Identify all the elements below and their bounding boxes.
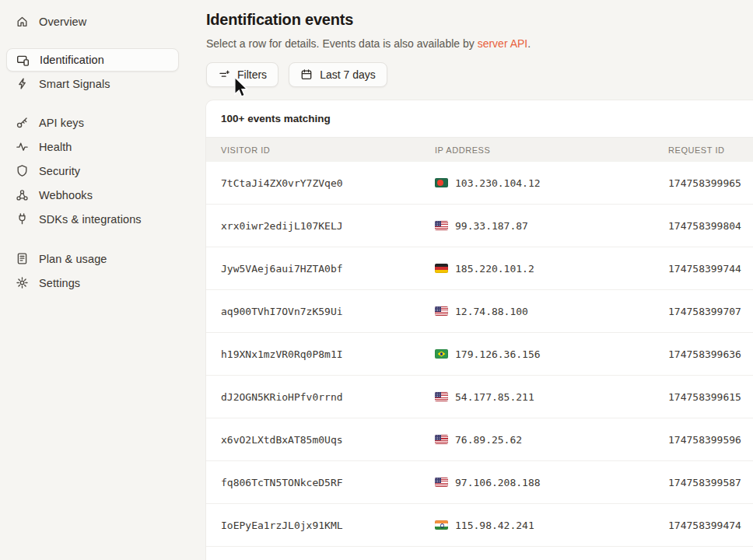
table-row[interactable]: xrx0iwr2edijL107KELJ 99.33.187.87 174758… <box>206 205 753 247</box>
events-count-text: 100+ events matching <box>221 113 331 124</box>
visitor-id-cell: fq806TcTN5TONkceD5RF <box>206 477 435 488</box>
sidebar-gap <box>0 33 205 48</box>
plug-icon <box>16 212 29 226</box>
events-table-card: 100+ events matching Visitor ID IP addre… <box>205 100 753 560</box>
filter-icon <box>218 68 230 81</box>
calendar-icon <box>300 68 313 81</box>
country-flag-icon <box>435 349 448 359</box>
request-id-cell: 174758399744 <box>668 263 753 275</box>
request-id-cell: 174758399707 <box>668 306 753 317</box>
table-row[interactable]: x6vO2LXtdBxAT85m0Uqs 76.89.25.62 1747583… <box>206 418 753 461</box>
ip-text: 179.126.36.156 <box>455 348 541 360</box>
shield-icon <box>16 164 29 177</box>
sidebar-gap <box>0 231 205 247</box>
date-range-button-label: Last 7 days <box>320 68 376 81</box>
sidebar-item-webhooks[interactable]: Webhooks <box>0 183 205 207</box>
key-icon <box>16 116 29 129</box>
table-row[interactable]: 7tCtaJi4ZX0vrY7ZVqe0 103.230.104.12 1747… <box>206 162 753 205</box>
ip-text: 185.220.101.2 <box>455 263 534 275</box>
ip-text: 54.177.85.211 <box>455 391 534 403</box>
page-subtitle: Select a row for details. Events data is… <box>206 37 531 50</box>
table-row[interactable]: Jyw5VAej6aui7HZTA0bf 185.220.101.2 17475… <box>206 247 753 290</box>
ip-text: 99.33.187.87 <box>455 220 528 232</box>
filters-button[interactable]: Filters <box>206 62 278 87</box>
table-row[interactable]: h19XNx1mzVR0Rq0P8m1I 179.126.36.156 1747… <box>206 333 753 376</box>
column-header-request-id: Request ID <box>668 145 753 155</box>
sidebar-item-label: Health <box>39 141 72 153</box>
identification-icon <box>16 54 30 67</box>
sidebar-item-plan-usage[interactable]: Plan & usage <box>0 247 205 271</box>
ip-address-cell: 97.106.208.188 <box>435 477 668 488</box>
subtitle-period: . <box>527 37 531 50</box>
sidebar-item-label: Settings <box>39 277 80 289</box>
table-row[interactable]: IoEPyEa1rzJL0jx91KML 115.98.42.241 17475… <box>206 504 753 547</box>
main-content: Identification events Select a row for d… <box>206 0 753 560</box>
document-icon <box>16 252 29 265</box>
gear-icon <box>16 276 29 289</box>
column-header-ip-address: IP address <box>435 145 668 155</box>
sidebar-item-label: Security <box>39 165 80 177</box>
visitor-id-cell: h19XNx1mzVR0Rq0P8m1I <box>206 348 435 360</box>
ip-address-cell: 179.126.36.156 <box>435 348 668 360</box>
sidebar-item-api-keys[interactable]: API keys <box>0 110 205 135</box>
request-id-cell: 174758399596 <box>668 434 753 446</box>
request-id-cell: 174758399615 <box>668 391 753 403</box>
subtitle-text: Select a row for details. Events data is… <box>206 37 478 50</box>
request-id-cell: 174758399636 <box>668 348 753 360</box>
ip-address-cell: 185.220.101.2 <box>435 263 668 275</box>
table-row[interactable]: aq900TVhI7OVn7zK59Ui 12.74.88.100 174758… <box>206 290 753 333</box>
sidebar-item-label: Identification <box>40 54 104 66</box>
identification-events-page: { "colors": { "accent_orange": "#e8603c"… <box>0 0 753 560</box>
ip-text: 76.89.25.62 <box>455 434 522 446</box>
ip-address-cell: 103.230.104.12 <box>435 177 668 189</box>
ip-text: 97.106.208.188 <box>455 477 541 488</box>
sidebar-item-label: API keys <box>39 117 84 129</box>
visitor-id-cell: 7tCtaJi4ZX0vrY7ZVqe0 <box>206 177 435 189</box>
ip-text: 12.74.88.100 <box>455 306 528 317</box>
home-icon <box>16 15 29 28</box>
sidebar-item-smart-signals[interactable]: Smart Signals <box>0 72 205 96</box>
country-flag-icon <box>435 221 448 230</box>
date-range-button[interactable]: Last 7 days <box>289 62 387 87</box>
sidebar-item-label: SDKs & integrations <box>39 213 142 226</box>
visitor-id-cell: xrx0iwr2edijL107KELJ <box>206 220 435 232</box>
sidebar-item-label: Webhooks <box>39 189 93 201</box>
server-api-link[interactable]: server API <box>478 37 528 50</box>
sidebar-gap <box>0 96 205 110</box>
page-title: Identification events <box>206 11 353 29</box>
sidebar-item-label: Plan & usage <box>39 253 107 265</box>
country-flag-icon <box>435 392 448 401</box>
sidebar-item-overview[interactable]: Overview <box>0 9 205 33</box>
webhook-icon <box>16 188 29 201</box>
ip-address-cell: 54.177.85.211 <box>435 391 668 403</box>
country-flag-icon <box>435 178 448 187</box>
sidebar-item-identification[interactable]: Identification <box>6 48 179 72</box>
visitor-id-cell: x6vO2LXtdBxAT85m0Uqs <box>206 434 435 446</box>
sidebar: Overview Identification Smart Signals AP… <box>0 0 205 560</box>
sidebar-item-label: Smart Signals <box>39 78 110 90</box>
filters-button-label: Filters <box>237 68 267 81</box>
ip-address-cell: 12.74.88.100 <box>435 306 668 317</box>
table-row[interactable]: dJ2OGN5KRioHPfv0rrnd 54.177.85.211 17475… <box>206 376 753 418</box>
ip-address-cell: 115.98.42.241 <box>435 520 668 531</box>
request-id-cell: 174758399965 <box>668 177 753 189</box>
request-id-cell: 174758399804 <box>668 220 753 232</box>
request-id-cell: 174758399474 <box>668 520 753 531</box>
ip-text: 103.230.104.12 <box>455 177 541 189</box>
sidebar-item-security[interactable]: Security <box>0 159 205 183</box>
activity-icon <box>16 140 29 153</box>
country-flag-icon <box>435 264 448 273</box>
country-flag-icon <box>435 478 448 487</box>
sidebar-item-settings[interactable]: Settings <box>0 271 205 295</box>
ip-address-cell: 99.33.187.87 <box>435 220 668 232</box>
sidebar-item-sdks-integrations[interactable]: SDKs & integrations <box>0 207 205 231</box>
sidebar-item-label: Overview <box>39 16 86 28</box>
table-row[interactable]: fq806TcTN5TONkceD5RF 97.106.208.188 1747… <box>206 461 753 504</box>
visitor-id-cell: Jyw5VAej6aui7HZTA0bf <box>206 263 435 275</box>
events-count-summary: 100+ events matching <box>206 100 753 138</box>
country-flag-icon <box>435 520 448 530</box>
toolbar: Filters Last 7 days <box>206 62 387 87</box>
sidebar-item-health[interactable]: Health <box>0 135 205 159</box>
country-flag-icon <box>435 435 448 444</box>
request-id-cell: 174758399587 <box>668 477 753 488</box>
